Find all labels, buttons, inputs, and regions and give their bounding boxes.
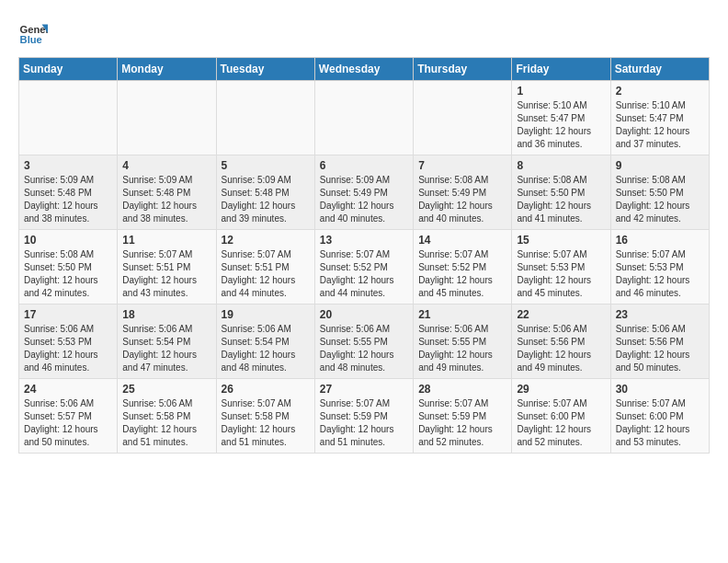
- day-detail: Sunrise: 5:09 AM Sunset: 5:49 PM Dayligh…: [320, 174, 408, 225]
- day-number: 19: [222, 308, 310, 321]
- day-detail: Sunrise: 5:06 AM Sunset: 5:57 PM Dayligh…: [24, 397, 112, 449]
- day-number: 2: [616, 85, 704, 98]
- calendar-day-cell: 6Sunrise: 5:09 AM Sunset: 5:49 PM Daylig…: [314, 155, 413, 230]
- day-number: 6: [320, 159, 408, 172]
- day-detail: Sunrise: 5:10 AM Sunset: 5:47 PM Dayligh…: [616, 99, 704, 151]
- day-detail: Sunrise: 5:09 AM Sunset: 5:48 PM Dayligh…: [222, 174, 310, 225]
- day-number: 16: [616, 234, 704, 247]
- day-detail: Sunrise: 5:10 AM Sunset: 5:47 PM Dayligh…: [517, 99, 605, 151]
- day-detail: Sunrise: 5:07 AM Sunset: 5:52 PM Dayligh…: [320, 248, 408, 300]
- calendar-week-row: 17Sunrise: 5:06 AM Sunset: 5:53 PM Dayli…: [19, 304, 710, 379]
- day-number: 21: [418, 308, 506, 321]
- day-number: 30: [616, 383, 704, 396]
- day-detail: Sunrise: 5:09 AM Sunset: 5:48 PM Dayligh…: [122, 174, 210, 225]
- day-detail: Sunrise: 5:07 AM Sunset: 5:58 PM Dayligh…: [222, 397, 310, 449]
- calendar-day-cell: 21Sunrise: 5:06 AM Sunset: 5:55 PM Dayli…: [414, 304, 512, 379]
- calendar-day-cell: 1Sunrise: 5:10 AM Sunset: 5:47 PM Daylig…: [512, 81, 610, 155]
- day-number: 26: [222, 383, 310, 396]
- day-number: 9: [616, 159, 704, 172]
- day-detail: Sunrise: 5:07 AM Sunset: 5:53 PM Dayligh…: [517, 248, 605, 300]
- calendar-day-cell: 13Sunrise: 5:07 AM Sunset: 5:52 PM Dayli…: [314, 230, 413, 304]
- calendar-day-cell: 16Sunrise: 5:07 AM Sunset: 5:53 PM Dayli…: [610, 230, 709, 304]
- day-detail: Sunrise: 5:06 AM Sunset: 5:54 PM Dayligh…: [122, 323, 210, 374]
- day-number: 29: [517, 383, 605, 396]
- calendar-week-row: 1Sunrise: 5:10 AM Sunset: 5:47 PM Daylig…: [19, 81, 710, 155]
- header-row: SundayMondayTuesdayWednesdayThursdayFrid…: [19, 58, 710, 81]
- calendar-table: SundayMondayTuesdayWednesdayThursdayFrid…: [18, 57, 710, 454]
- day-detail: Sunrise: 5:06 AM Sunset: 5:58 PM Dayligh…: [122, 397, 210, 449]
- day-detail: Sunrise: 5:08 AM Sunset: 5:50 PM Dayligh…: [517, 174, 605, 225]
- calendar-day-cell: 30Sunrise: 5:07 AM Sunset: 6:00 PM Dayli…: [610, 379, 709, 454]
- day-detail: Sunrise: 5:07 AM Sunset: 5:52 PM Dayligh…: [418, 248, 506, 300]
- calendar-day-cell: 17Sunrise: 5:06 AM Sunset: 5:53 PM Dayli…: [19, 304, 118, 379]
- day-detail: Sunrise: 5:07 AM Sunset: 5:51 PM Dayligh…: [122, 248, 210, 300]
- calendar-day-cell: 3Sunrise: 5:09 AM Sunset: 5:48 PM Daylig…: [19, 155, 118, 230]
- calendar-day-cell: 28Sunrise: 5:07 AM Sunset: 5:59 PM Dayli…: [414, 379, 512, 454]
- day-detail: Sunrise: 5:08 AM Sunset: 5:50 PM Dayligh…: [24, 248, 112, 300]
- day-number: 4: [122, 159, 210, 172]
- calendar-day-cell: 20Sunrise: 5:06 AM Sunset: 5:55 PM Dayli…: [314, 304, 413, 379]
- calendar-day-cell: 4Sunrise: 5:09 AM Sunset: 5:48 PM Daylig…: [118, 155, 216, 230]
- day-number: 1: [517, 85, 605, 98]
- calendar-day-cell: 14Sunrise: 5:07 AM Sunset: 5:52 PM Dayli…: [414, 230, 512, 304]
- day-detail: Sunrise: 5:07 AM Sunset: 5:51 PM Dayligh…: [222, 248, 310, 300]
- calendar-day-cell: 26Sunrise: 5:07 AM Sunset: 5:58 PM Dayli…: [216, 379, 314, 454]
- calendar-day-cell: [118, 81, 216, 155]
- calendar-day-cell: 11Sunrise: 5:07 AM Sunset: 5:51 PM Dayli…: [118, 230, 216, 304]
- day-detail: Sunrise: 5:06 AM Sunset: 5:53 PM Dayligh…: [24, 323, 112, 374]
- header-wednesday: Wednesday: [314, 58, 413, 81]
- day-number: 13: [320, 234, 408, 247]
- day-number: 25: [122, 383, 210, 396]
- day-detail: Sunrise: 5:07 AM Sunset: 6:00 PM Dayligh…: [616, 397, 704, 449]
- day-number: 14: [418, 234, 506, 247]
- calendar-day-cell: 29Sunrise: 5:07 AM Sunset: 6:00 PM Dayli…: [512, 379, 610, 454]
- day-detail: Sunrise: 5:07 AM Sunset: 6:00 PM Dayligh…: [517, 397, 605, 449]
- logo-icon: General Blue: [18, 18, 48, 48]
- calendar-day-cell: [314, 81, 413, 155]
- header-tuesday: Tuesday: [216, 58, 314, 81]
- day-detail: Sunrise: 5:06 AM Sunset: 5:54 PM Dayligh…: [222, 323, 310, 374]
- calendar-day-cell: 9Sunrise: 5:08 AM Sunset: 5:50 PM Daylig…: [610, 155, 709, 230]
- day-detail: Sunrise: 5:08 AM Sunset: 5:50 PM Dayligh…: [616, 174, 704, 225]
- calendar-day-cell: 19Sunrise: 5:06 AM Sunset: 5:54 PM Dayli…: [216, 304, 314, 379]
- calendar-day-cell: 5Sunrise: 5:09 AM Sunset: 5:48 PM Daylig…: [216, 155, 314, 230]
- day-detail: Sunrise: 5:08 AM Sunset: 5:49 PM Dayligh…: [418, 174, 506, 225]
- calendar-day-cell: [216, 81, 314, 155]
- day-number: 23: [616, 308, 704, 321]
- calendar-day-cell: 7Sunrise: 5:08 AM Sunset: 5:49 PM Daylig…: [414, 155, 512, 230]
- day-number: 3: [24, 159, 112, 172]
- day-number: 28: [418, 383, 506, 396]
- day-number: 10: [24, 234, 112, 247]
- calendar-day-cell: [19, 81, 118, 155]
- day-number: 18: [122, 308, 210, 321]
- header-monday: Monday: [118, 58, 216, 81]
- header-saturday: Saturday: [610, 58, 709, 81]
- calendar-day-cell: 15Sunrise: 5:07 AM Sunset: 5:53 PM Dayli…: [512, 230, 610, 304]
- calendar-day-cell: 10Sunrise: 5:08 AM Sunset: 5:50 PM Dayli…: [19, 230, 118, 304]
- calendar-day-cell: [414, 81, 512, 155]
- calendar-week-row: 3Sunrise: 5:09 AM Sunset: 5:48 PM Daylig…: [19, 155, 710, 230]
- day-number: 5: [222, 159, 310, 172]
- day-number: 8: [517, 159, 605, 172]
- day-detail: Sunrise: 5:07 AM Sunset: 5:59 PM Dayligh…: [320, 397, 408, 449]
- day-number: 27: [320, 383, 408, 396]
- calendar-day-cell: 22Sunrise: 5:06 AM Sunset: 5:56 PM Dayli…: [512, 304, 610, 379]
- header-friday: Friday: [512, 58, 610, 81]
- day-detail: Sunrise: 5:09 AM Sunset: 5:48 PM Dayligh…: [24, 174, 112, 225]
- header-thursday: Thursday: [414, 58, 512, 81]
- header-sunday: Sunday: [19, 58, 118, 81]
- day-detail: Sunrise: 5:06 AM Sunset: 5:56 PM Dayligh…: [616, 323, 704, 374]
- day-number: 24: [24, 383, 112, 396]
- calendar-day-cell: 25Sunrise: 5:06 AM Sunset: 5:58 PM Dayli…: [118, 379, 216, 454]
- calendar-day-cell: 27Sunrise: 5:07 AM Sunset: 5:59 PM Dayli…: [314, 379, 413, 454]
- calendar-day-cell: 12Sunrise: 5:07 AM Sunset: 5:51 PM Dayli…: [216, 230, 314, 304]
- calendar-day-cell: 24Sunrise: 5:06 AM Sunset: 5:57 PM Dayli…: [19, 379, 118, 454]
- svg-text:Blue: Blue: [20, 34, 42, 45]
- day-number: 20: [320, 308, 408, 321]
- calendar-week-row: 24Sunrise: 5:06 AM Sunset: 5:57 PM Dayli…: [19, 379, 710, 454]
- day-number: 15: [517, 234, 605, 247]
- day-detail: Sunrise: 5:06 AM Sunset: 5:56 PM Dayligh…: [517, 323, 605, 374]
- calendar-day-cell: 23Sunrise: 5:06 AM Sunset: 5:56 PM Dayli…: [610, 304, 709, 379]
- day-number: 12: [222, 234, 310, 247]
- day-detail: Sunrise: 5:06 AM Sunset: 5:55 PM Dayligh…: [320, 323, 408, 374]
